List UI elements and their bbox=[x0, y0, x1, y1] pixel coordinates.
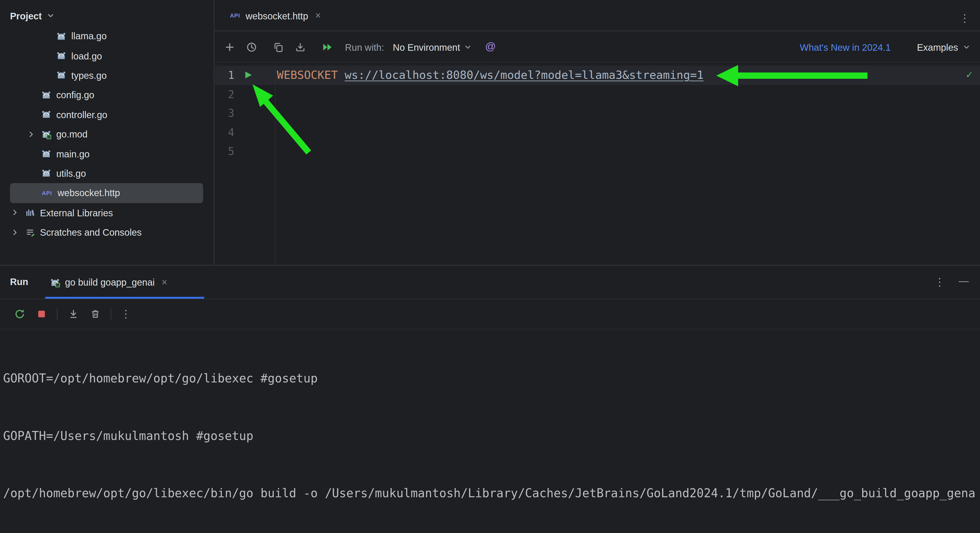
tree-item-label: utils.go bbox=[56, 168, 86, 179]
go-file-icon bbox=[41, 110, 51, 119]
editor-tab-bar: API websocket.http × ⋮ bbox=[215, 0, 980, 31]
line-number: 4 bbox=[215, 123, 234, 142]
tree-item-label: websocket.http bbox=[57, 188, 120, 198]
inspections-ok-icon[interactable]: ✓ bbox=[966, 68, 972, 81]
tree-item-label: go.mod bbox=[56, 129, 88, 139]
go-file-icon bbox=[41, 90, 51, 100]
http-api-file-icon: API bbox=[229, 13, 241, 19]
copy-request-button[interactable] bbox=[271, 40, 285, 54]
line-number: 5 bbox=[215, 142, 234, 161]
whats-new-link[interactable]: What's New in 2024.1 bbox=[800, 41, 891, 52]
tree-item-label: load.go bbox=[71, 51, 102, 61]
http-client-settings-icon[interactable]: @ bbox=[485, 41, 496, 53]
request-line: WEBSOCKET ws://localhost:8080/ws/model?m… bbox=[277, 66, 704, 85]
gutter-separator bbox=[275, 63, 275, 265]
http-editor-toolbar: Run with: No Environment @ What's New in… bbox=[215, 32, 980, 62]
active-tab-underline bbox=[45, 297, 204, 299]
tab-websocket-http[interactable]: API websocket.http × bbox=[223, 0, 329, 31]
environment-value: No Environment bbox=[393, 41, 460, 52]
go-build-icon bbox=[50, 277, 60, 287]
scroll-to-end-button[interactable] bbox=[67, 308, 80, 320]
http-api-file-icon: API bbox=[41, 190, 52, 196]
run-panel-header: Run go build goapp_genai × ⋮ — bbox=[0, 266, 980, 299]
go-mod-file-icon bbox=[41, 129, 51, 139]
open-log-button[interactable] bbox=[293, 40, 307, 54]
line-number: 2 bbox=[215, 84, 234, 103]
ide-window: Project llama.go load.go types.go config… bbox=[0, 0, 980, 533]
close-icon[interactable]: × bbox=[160, 277, 169, 288]
project-tree: llama.go load.go types.go config.go cont… bbox=[0, 26, 213, 242]
run-request-gutter-button[interactable] bbox=[243, 70, 253, 80]
libraries-icon bbox=[25, 208, 35, 218]
minimize-icon[interactable]: — bbox=[959, 275, 969, 287]
chevron-down-icon bbox=[463, 42, 473, 52]
scratches-icon bbox=[25, 227, 35, 237]
chevron-right-icon[interactable] bbox=[26, 129, 36, 139]
toolbar-divider bbox=[57, 308, 57, 320]
tree-item-load-go[interactable]: load.go bbox=[0, 46, 213, 65]
tree-item-types-go[interactable]: types.go bbox=[0, 65, 213, 85]
go-file-icon bbox=[41, 168, 51, 178]
line-number: 3 bbox=[215, 103, 234, 123]
project-panel-title: Project bbox=[10, 10, 42, 21]
run-tool-window: Run go build goapp_genai × ⋮ — ⋮ GOROOT=… bbox=[0, 265, 980, 533]
tree-item-controller-go[interactable]: controller.go bbox=[0, 105, 213, 124]
editor-area[interactable]: 1 2 3 4 5 WEBSOCKET ws://localhost:8080/… bbox=[215, 63, 980, 265]
run-console[interactable]: GOROOT=/opt/homebrew/opt/go/libexec #gos… bbox=[0, 329, 980, 533]
tree-item-label: controller.go bbox=[56, 109, 107, 120]
chevron-right-icon[interactable] bbox=[10, 208, 20, 218]
run-with-label: Run with: bbox=[345, 41, 384, 52]
tree-item-config-go[interactable]: config.go bbox=[0, 85, 213, 105]
project-tool-window: Project llama.go load.go types.go config… bbox=[0, 0, 215, 265]
tree-item-go-mod[interactable]: go.mod bbox=[0, 124, 213, 144]
more-options-icon[interactable]: ⋮ bbox=[934, 277, 945, 288]
more-options-icon[interactable]: ⋮ bbox=[959, 13, 970, 24]
examples-label: Examples bbox=[917, 41, 958, 52]
chevron-right-icon[interactable] bbox=[10, 227, 20, 237]
toolbar-divider bbox=[110, 308, 111, 320]
tree-item-label: types.go bbox=[71, 70, 107, 81]
tree-item-main-go[interactable]: main.go bbox=[0, 144, 213, 164]
go-file-icon bbox=[41, 149, 51, 159]
run-toolbar: ⋮ bbox=[0, 299, 980, 329]
run-panel-title: Run bbox=[10, 276, 29, 287]
tree-item-label: config.go bbox=[56, 89, 94, 100]
add-request-button[interactable] bbox=[223, 40, 236, 54]
chevron-down-icon bbox=[961, 42, 971, 52]
tree-item-websocket-http[interactable]: API websocket.http bbox=[10, 183, 203, 203]
run-tab-label: go build goapp_genai bbox=[65, 277, 155, 288]
http-method: WEBSOCKET bbox=[277, 68, 338, 81]
run-all-requests-button[interactable] bbox=[320, 40, 334, 54]
request-url: ws://localhost:8080/ws/model?model=llama… bbox=[345, 68, 704, 81]
go-file-icon bbox=[56, 51, 66, 61]
go-file-icon bbox=[56, 70, 66, 81]
run-tab-go-build[interactable]: go build goapp_genai × bbox=[45, 266, 174, 299]
tree-item-label: main.go bbox=[56, 148, 89, 159]
project-panel-header[interactable]: Project bbox=[0, 0, 214, 31]
tab-label: websocket.http bbox=[245, 10, 308, 21]
request-history-button[interactable] bbox=[245, 40, 258, 54]
tree-item-external-libraries[interactable]: External Libraries bbox=[0, 203, 213, 222]
rerun-button[interactable] bbox=[13, 308, 25, 320]
tree-item-label: External Libraries bbox=[40, 207, 113, 218]
environment-selector[interactable]: No Environment bbox=[393, 41, 473, 52]
stop-button[interactable] bbox=[35, 308, 48, 320]
tree-item-utils-go[interactable]: utils.go bbox=[0, 164, 213, 183]
examples-dropdown[interactable]: Examples bbox=[917, 41, 971, 52]
tree-item-label: Scratches and Consoles bbox=[40, 227, 142, 237]
console-line: GOPATH=/Users/mukulmantosh #gosetup bbox=[3, 426, 980, 445]
close-icon[interactable]: × bbox=[313, 10, 323, 21]
more-options-icon[interactable]: ⋮ bbox=[121, 309, 131, 320]
chevron-down-icon bbox=[46, 11, 56, 21]
tree-item-scratches-consoles[interactable]: Scratches and Consoles bbox=[0, 222, 213, 242]
tree-item-label: llama.go bbox=[71, 31, 107, 41]
console-line: GOROOT=/opt/homebrew/opt/go/libexec #gos… bbox=[3, 369, 980, 388]
clear-console-button[interactable] bbox=[89, 308, 101, 320]
console-line: /opt/homebrew/opt/go/libexec/bin/go buil… bbox=[3, 484, 980, 503]
line-number: 1 bbox=[215, 66, 234, 85]
go-file-icon bbox=[56, 31, 66, 41]
